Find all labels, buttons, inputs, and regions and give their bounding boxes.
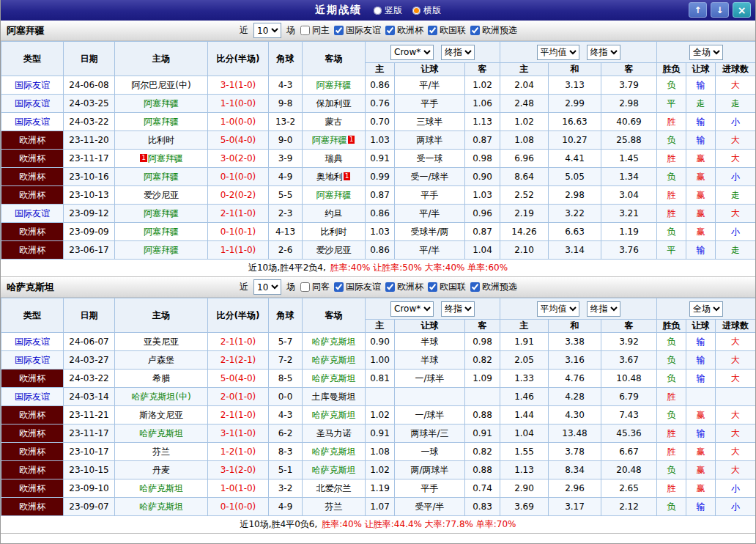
score-cell[interactable]: 3-1(2-0) xyxy=(208,461,269,479)
team-link[interactable]: 芬兰 xyxy=(325,501,343,512)
layout-radio-1[interactable]: 竖版 xyxy=(374,4,402,17)
team-link[interactable]: 希腊 xyxy=(152,373,170,383)
team-link[interactable]: 阿塞拜疆 xyxy=(144,227,179,237)
score-cell[interactable]: 0-1(0-0) xyxy=(208,168,269,186)
score-cell[interactable]: 5-0(4-0) xyxy=(208,131,269,150)
score-cell[interactable]: 2-1(1-0) xyxy=(208,333,269,351)
league-checkbox-2-input[interactable] xyxy=(385,26,395,35)
team-link[interactable]: 阿塞拜疆 xyxy=(144,98,179,109)
same-venue-checkbox-input[interactable] xyxy=(300,26,310,35)
league-checkbox-2[interactable]: 欧洲杯 xyxy=(385,281,423,293)
team-link[interactable]: 哈萨克斯坦 xyxy=(312,465,356,475)
euro-final-index-select[interactable]: 终指 xyxy=(587,301,620,317)
same-venue-checkbox[interactable]: 同客 xyxy=(300,281,330,293)
team-link[interactable]: 哈萨克斯坦 xyxy=(139,428,183,438)
match-scope-select[interactable]: 全场 xyxy=(689,301,723,317)
team-link[interactable]: 爱沙尼亚 xyxy=(144,190,179,200)
score-cell[interactable]: 2-0(1-0) xyxy=(208,388,269,406)
team-link[interactable]: 芬兰 xyxy=(152,446,170,457)
team-link[interactable]: 阿塞拜疆 xyxy=(144,172,179,182)
team-link[interactable]: 亚美尼亚 xyxy=(144,337,179,347)
match-scope-select[interactable]: 全场 xyxy=(689,45,723,60)
league-checkbox-3[interactable]: 欧国联 xyxy=(428,281,466,293)
bookmaker-select[interactable]: Crow* xyxy=(390,45,434,60)
team-link[interactable]: 阿塞拜疆 xyxy=(148,153,183,163)
league-checkbox-4-input[interactable] xyxy=(470,282,480,292)
league-checkbox-1-input[interactable] xyxy=(334,282,344,292)
team-link[interactable]: 奥地利 xyxy=(316,172,343,182)
win-loss-result: 负 xyxy=(657,351,686,370)
euro-average-select[interactable]: 平均值 xyxy=(537,45,579,60)
score-cell[interactable]: 3-1(1-0) xyxy=(208,76,269,95)
score-cell[interactable]: 1-0(0-0) xyxy=(208,113,269,131)
team-link[interactable]: 瑞典 xyxy=(325,153,343,163)
team-link[interactable]: 哈萨克斯坦 xyxy=(312,355,356,365)
score-cell[interactable]: 3-0(2-0) xyxy=(208,150,269,168)
team-link[interactable]: 哈萨克斯坦 xyxy=(312,337,356,347)
close-button[interactable]: × xyxy=(733,2,751,18)
league-checkbox-1[interactable]: 国际友谊 xyxy=(334,281,381,293)
league-checkbox-4-input[interactable] xyxy=(470,26,480,35)
recent-count-select[interactable]: 10 xyxy=(253,279,281,295)
team-link[interactable]: 爱沙尼亚 xyxy=(316,245,352,255)
league-checkbox-3[interactable]: 欧国联 xyxy=(428,24,466,37)
league-checkbox-2[interactable]: 欧洲杯 xyxy=(385,24,423,37)
team-link[interactable]: 保加利亚 xyxy=(316,98,352,109)
euro-average-select[interactable]: 平均值 xyxy=(537,301,579,317)
score-cell[interactable]: 3-1(1-0) xyxy=(208,424,269,443)
league-checkbox-1-input[interactable] xyxy=(334,26,344,35)
team-link[interactable]: 哈萨克斯坦(中) xyxy=(131,392,190,402)
bookmaker-select[interactable]: Crow* xyxy=(390,301,434,317)
team-link[interactable]: 哈萨克斯坦 xyxy=(139,483,183,493)
team-link[interactable]: 卢森堡 xyxy=(148,355,174,365)
team-link[interactable]: 阿尔巴尼亚(中) xyxy=(131,80,190,90)
team-section-2: 哈萨克斯坦近10场同客国际友谊欧洲杯欧国联欧洲预选类型日期主场比分(半场)角球客… xyxy=(1,277,755,534)
league-checkbox-4[interactable]: 欧洲预选 xyxy=(470,281,517,293)
team-link[interactable]: 比利时 xyxy=(148,135,174,145)
score-cell[interactable]: 0-1(0-1) xyxy=(208,223,269,241)
team-link[interactable]: 阿塞拜疆 xyxy=(316,80,352,90)
score-cell[interactable]: 2-1(2-1) xyxy=(208,351,269,370)
scroll-down-button[interactable]: ↓ xyxy=(711,2,729,18)
layout-radio-2[interactable]: 横版 xyxy=(412,4,441,17)
score-cell[interactable]: 5-0(4-0) xyxy=(208,370,269,388)
asian-final-index-select[interactable]: 终指 xyxy=(441,45,475,60)
team-link[interactable]: 北爱尔兰 xyxy=(316,483,352,493)
team-link[interactable]: 阿塞拜疆 xyxy=(316,190,352,200)
team-link[interactable]: 比利时 xyxy=(321,227,347,237)
team-link[interactable]: 圣马力诺 xyxy=(316,428,352,438)
same-venue-checkbox-input[interactable] xyxy=(300,282,310,292)
score-cell[interactable]: 1-2(1-0) xyxy=(208,443,269,461)
team-link[interactable]: 土库曼斯坦 xyxy=(312,392,356,402)
score-cell[interactable]: 2-1(1-0) xyxy=(208,205,269,223)
team-link[interactable]: 哈萨克斯坦 xyxy=(312,446,356,457)
team-link[interactable]: 丹麦 xyxy=(152,465,170,475)
recent-count-select[interactable]: 10 xyxy=(253,23,281,38)
team-link[interactable]: 哈萨克斯坦 xyxy=(312,373,356,383)
win-loss-result: 胜 xyxy=(657,205,686,223)
score-cell[interactable]: 0-1(0-0) xyxy=(208,498,269,516)
team-link[interactable]: 蒙古 xyxy=(325,117,343,127)
league-checkbox-3-input[interactable] xyxy=(428,282,437,292)
team-link[interactable]: 阿塞拜疆 xyxy=(312,135,347,145)
euro-final-index-select[interactable]: 终指 xyxy=(587,45,620,60)
score-cell[interactable]: 1-0(1-0) xyxy=(208,479,269,498)
team-link[interactable]: 约旦 xyxy=(325,208,343,218)
score-cell[interactable]: 2-1(1-0) xyxy=(208,406,269,424)
league-checkbox-2-input[interactable] xyxy=(385,282,395,292)
score-cell[interactable]: 1-1(1-0) xyxy=(208,241,269,260)
league-checkbox-3-input[interactable] xyxy=(428,26,437,35)
asian-final-index-select[interactable]: 终指 xyxy=(441,301,475,317)
team-link[interactable]: 阿塞拜疆 xyxy=(144,245,179,255)
same-venue-checkbox[interactable]: 同主 xyxy=(300,24,330,37)
team-link[interactable]: 斯洛文尼亚 xyxy=(139,410,183,420)
league-checkbox-4[interactable]: 欧洲预选 xyxy=(470,24,517,37)
league-checkbox-1[interactable]: 国际友谊 xyxy=(334,24,381,37)
team-link[interactable]: 哈萨克斯坦 xyxy=(139,501,183,512)
team-link[interactable]: 阿塞拜疆 xyxy=(144,208,179,218)
scroll-up-button[interactable]: ↑ xyxy=(689,2,707,18)
score-cell[interactable]: 1-1(0-0) xyxy=(208,95,269,113)
score-cell[interactable]: 0-2(0-2) xyxy=(208,186,269,205)
team-link[interactable]: 哈萨克斯坦 xyxy=(312,410,356,420)
team-link[interactable]: 阿塞拜疆 xyxy=(144,117,179,127)
